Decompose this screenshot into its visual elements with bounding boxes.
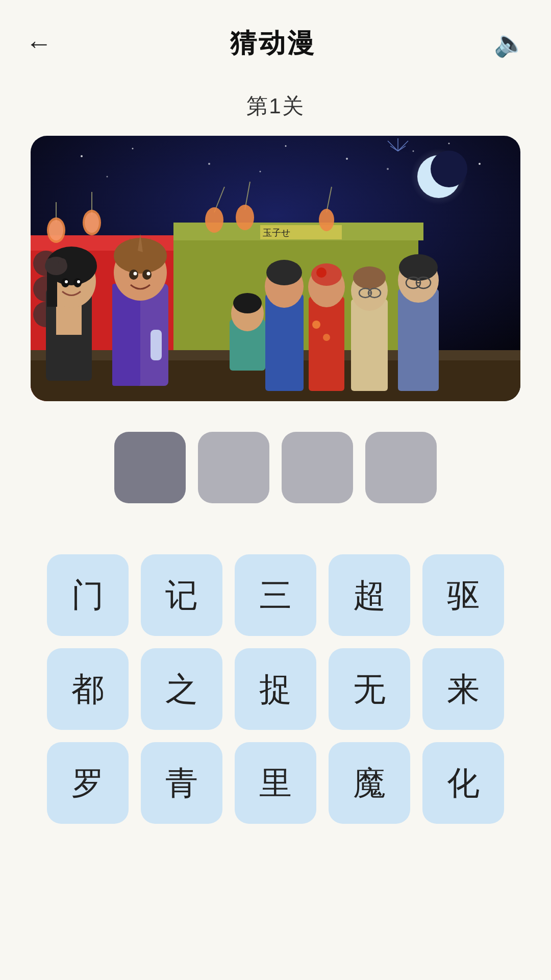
svg-rect-74: [151, 330, 162, 360]
svg-point-3: [208, 163, 210, 165]
answer-boxes-container: [114, 432, 437, 503]
page-container: ← 猜动漫 🔈 第1关: [0, 0, 551, 980]
answer-box-2[interactable]: [198, 432, 269, 503]
svg-point-70: [129, 270, 138, 280]
svg-point-61: [46, 258, 54, 266]
svg-point-50: [319, 209, 334, 231]
char-btn-hua[interactable]: 化: [422, 742, 504, 824]
char-btn-men[interactable]: 门: [47, 554, 129, 636]
svg-point-80: [323, 334, 330, 341]
back-button[interactable]: ←: [26, 30, 52, 57]
char-btn-wu[interactable]: 无: [329, 648, 410, 730]
svg-point-46: [205, 207, 223, 233]
svg-point-62: [58, 258, 66, 266]
level-label: 第1关: [246, 92, 304, 120]
svg-point-86: [353, 266, 386, 289]
answer-box-3[interactable]: [282, 432, 353, 503]
char-row-2: 都 之 捉 无 来: [31, 648, 520, 730]
svg-point-2: [132, 148, 134, 150]
svg-point-92: [399, 254, 438, 281]
char-btn-chao[interactable]: 超: [329, 554, 410, 636]
svg-point-10: [260, 171, 261, 173]
svg-point-48: [236, 205, 254, 230]
char-btn-luo[interactable]: 罗: [47, 742, 129, 824]
svg-point-44: [85, 212, 99, 233]
char-btn-mo[interactable]: 魔: [329, 742, 410, 824]
anime-scene-svg: 玉子せ: [31, 136, 520, 401]
char-btn-li[interactable]: 里: [235, 742, 316, 824]
svg-point-8: [448, 143, 450, 144]
char-btn-qu[interactable]: 驱: [422, 554, 504, 636]
svg-point-5: [346, 158, 348, 160]
svg-point-79: [312, 321, 320, 329]
char-btn-du[interactable]: 都: [47, 648, 129, 730]
char-btn-lai[interactable]: 来: [422, 648, 504, 730]
char-btn-zhuo[interactable]: 捉: [235, 648, 316, 730]
answer-box-4[interactable]: [365, 432, 437, 503]
svg-text:玉子せ: 玉子せ: [263, 228, 290, 238]
svg-point-1: [81, 155, 83, 157]
char-btn-zhi[interactable]: 之: [141, 648, 222, 730]
anime-image: 玉子せ: [31, 136, 520, 401]
svg-point-6: [413, 151, 414, 152]
svg-point-72: [134, 272, 137, 276]
svg-point-11: [387, 168, 389, 170]
char-row-1: 门 记 三 超 驱: [31, 554, 520, 636]
char-grid: 门 记 三 超 驱 都 之 捉 无 来 罗 青 里 魔 化: [31, 554, 520, 824]
svg-point-7: [479, 163, 481, 165]
char-btn-ji[interactable]: 记: [141, 554, 222, 636]
char-row-3: 罗 青 里 魔 化: [31, 742, 520, 824]
sound-icon[interactable]: 🔈: [494, 29, 525, 58]
svg-point-82: [311, 263, 342, 286]
answer-box-1[interactable]: [114, 432, 186, 503]
svg-point-73: [147, 272, 151, 276]
svg-point-4: [285, 145, 287, 147]
svg-rect-75: [265, 294, 304, 391]
svg-point-58: [65, 280, 68, 283]
page-title: 猜动漫: [230, 26, 316, 61]
svg-point-77: [266, 260, 302, 285]
svg-rect-78: [309, 297, 344, 391]
svg-point-71: [142, 270, 152, 280]
svg-point-98: [233, 293, 262, 313]
svg-point-59: [77, 280, 80, 283]
svg-point-24: [431, 151, 467, 187]
svg-rect-84: [351, 299, 388, 391]
svg-point-83: [316, 267, 327, 278]
header: ← 猜动漫 🔈: [0, 0, 551, 77]
char-btn-san[interactable]: 三: [235, 554, 316, 636]
char-btn-qing[interactable]: 青: [141, 742, 222, 824]
svg-rect-90: [398, 289, 439, 391]
svg-point-9: [107, 176, 108, 178]
svg-point-41: [49, 220, 63, 240]
